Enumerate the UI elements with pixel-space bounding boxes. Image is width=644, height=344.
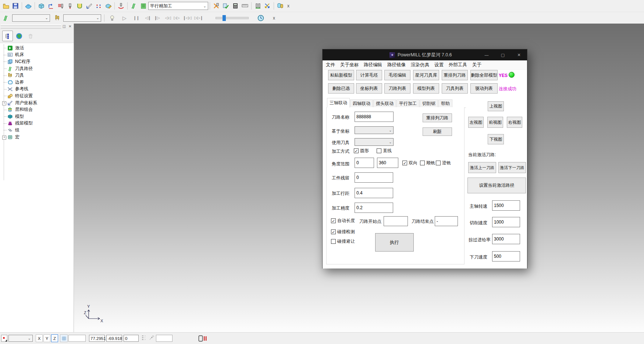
light-bulb-icon[interactable] xyxy=(107,13,117,23)
tab-help[interactable]: 帮助 xyxy=(438,99,452,108)
coord-select[interactable]: ⌄ xyxy=(355,126,394,134)
step-back-button[interactable]: ◁❙ xyxy=(143,14,152,22)
close-button[interactable]: ✕ xyxy=(511,49,527,60)
tool-library-button[interactable]: 星河刀具库 xyxy=(413,70,439,80)
menu-settings[interactable]: 设置 xyxy=(432,62,446,68)
climb-checkbox[interactable]: 顺铣 xyxy=(420,160,435,166)
axis-z-button[interactable]: Z xyxy=(51,334,58,342)
tree-item-groups[interactable]: 组 xyxy=(0,127,74,134)
axis-y-button[interactable]: Y xyxy=(43,334,50,342)
refresh-button[interactable]: 刷新 xyxy=(423,127,452,136)
tree-item-nc-program[interactable]: NC程序 xyxy=(0,58,74,65)
minimize-button[interactable]: — xyxy=(478,49,495,60)
delete-all-models-button[interactable]: 删除全部模型 xyxy=(470,70,498,80)
explorer-grip[interactable]: ◫ ✕ xyxy=(0,24,74,29)
slider-handle[interactable] xyxy=(223,15,226,21)
tree-item-patterns[interactable]: 参考线 xyxy=(0,86,74,93)
collision-avoid-checkbox[interactable]: 碰撞避让 xyxy=(331,238,355,245)
model-edit-icon[interactable] xyxy=(103,1,113,11)
expander-icon[interactable]: + xyxy=(2,136,6,140)
tool-list-button[interactable]: 刀具列表 xyxy=(442,83,468,94)
tool-database-icon[interactable] xyxy=(275,1,285,11)
menu-about[interactable]: 关于 xyxy=(470,62,484,68)
view-front-button[interactable]: 前视图 xyxy=(487,117,503,128)
rearrange-toolpaths-button[interactable]: 重排列刀路 xyxy=(442,70,468,80)
close-panel-button[interactable]: ✕ xyxy=(68,24,72,28)
simulate-tool-icon[interactable] xyxy=(116,1,126,11)
tree-item-workplanes[interactable]: + 用户坐标系 xyxy=(0,99,74,106)
open-project-icon[interactable] xyxy=(1,1,11,11)
status-combobox[interactable]: ⌄ xyxy=(8,335,33,342)
tree-item-macros[interactable]: + 宏 xyxy=(0,134,74,141)
draw-marker-button[interactable] xyxy=(1,335,7,342)
tool-icon[interactable] xyxy=(65,1,75,11)
workplane-edit-icon[interactable] xyxy=(84,1,94,11)
strategy-list-icon[interactable] xyxy=(139,1,148,11)
tool-gold-icon[interactable] xyxy=(52,13,62,23)
tab-saw[interactable]: 切割锯 xyxy=(420,99,438,108)
paste-model-button[interactable]: 粘贴新模型 xyxy=(328,70,354,80)
tolerance-input[interactable] xyxy=(355,203,393,213)
tree-item-machine[interactable]: 机床 xyxy=(0,52,74,59)
position-input[interactable] xyxy=(156,335,172,342)
points-pattern-icon[interactable] xyxy=(94,1,103,11)
tool-select[interactable]: ⌄ xyxy=(355,138,394,146)
tree-item-active[interactable]: 激活 xyxy=(0,45,74,52)
maximize-button[interactable]: ▢ xyxy=(495,49,511,60)
execute-button[interactable]: 执行 xyxy=(375,233,414,252)
expander-icon[interactable]: + xyxy=(2,101,6,105)
line-checkbox[interactable]: 直线 xyxy=(377,148,392,154)
circle-checkbox[interactable]: ✓圆形 xyxy=(354,148,369,154)
cutting-feed-input[interactable] xyxy=(492,217,520,227)
block-icon[interactable] xyxy=(36,1,46,11)
view-right-button[interactable]: 右视图 xyxy=(507,117,522,128)
menu-path-edit[interactable]: 路径编辑 xyxy=(361,62,385,68)
tree-item-tools[interactable]: 刀具 xyxy=(0,72,74,79)
grid-size-input[interactable] xyxy=(68,335,86,342)
verify-icon[interactable] xyxy=(221,1,231,11)
dialog-title-bar[interactable]: ★ PowerMILL 忆梦星河 7.0.6 — ▢ ✕ xyxy=(323,49,527,60)
nc-program-icon[interactable] xyxy=(56,1,65,11)
tree-item-toolpaths[interactable]: 刀具路径 xyxy=(0,65,74,72)
coord-list-button[interactable]: 坐标列表 xyxy=(356,83,382,94)
tool-holder-icon[interactable] xyxy=(75,1,84,11)
play-button[interactable]: ▷ xyxy=(120,14,129,22)
start-point-input[interactable] xyxy=(384,216,408,226)
view-bottom-button[interactable]: 下视图 xyxy=(488,134,504,144)
activate-prev-toolpath-button[interactable]: 激活上一刀路 xyxy=(468,162,496,173)
holder-setup-icon[interactable] xyxy=(253,1,263,11)
exchange-icon[interactable] xyxy=(263,1,272,11)
conventional-checkbox[interactable]: 逆铣 xyxy=(436,160,451,166)
model-teapot-icon[interactable] xyxy=(24,1,33,11)
angle-from-input[interactable] xyxy=(355,158,374,168)
calculator-icon[interactable] xyxy=(231,1,240,11)
menu-external-tools[interactable]: 外部工具 xyxy=(446,62,470,68)
bidirectional-checkbox[interactable]: ✓双向 xyxy=(402,160,417,166)
calc-stock-button[interactable]: 计算毛坯 xyxy=(356,70,382,80)
drive-list-button[interactable]: 驱动列表 xyxy=(470,83,498,94)
auto-length-checkbox[interactable]: ✓自动长度 xyxy=(331,218,355,224)
tab-3axis[interactable]: 三轴联动 xyxy=(327,98,350,108)
rewind-button[interactable]: ◁◁ xyxy=(163,14,172,22)
tree-item-stock-models[interactable]: 残留模型 xyxy=(0,120,74,127)
toolpath-combobox[interactable]: ⌄ xyxy=(12,14,50,22)
rearrange-button[interactable]: 重排列刀路 xyxy=(423,113,452,122)
stock-edit-button[interactable]: 毛坯编辑 xyxy=(384,70,410,80)
spindle-speed-input[interactable] xyxy=(492,200,520,211)
tab-parallel[interactable]: 平行加工 xyxy=(396,99,419,108)
tab-4axis[interactable]: 四轴联动 xyxy=(350,99,373,108)
tab-swivel[interactable]: 摆头联动 xyxy=(373,99,396,108)
skim-feed-input[interactable] xyxy=(492,234,520,244)
menu-file[interactable]: 文件 xyxy=(323,62,338,68)
step-forward-button[interactable]: ❙▷ xyxy=(152,14,161,22)
stepover-input[interactable] xyxy=(355,188,393,198)
pause-button[interactable]: ❙❙ xyxy=(132,14,140,22)
tool-combobox[interactable]: ⌄ xyxy=(63,14,101,22)
skip-end-button[interactable]: ▷▷❙ xyxy=(193,14,204,22)
tab-explorer-globe[interactable] xyxy=(14,31,24,41)
view-left-button[interactable]: 左视图 xyxy=(468,117,484,128)
float-panel-button[interactable]: ◫ xyxy=(62,24,67,28)
simulation-speed-slider[interactable] xyxy=(216,17,249,19)
tree-item-models[interactable]: 模型 xyxy=(0,113,74,120)
set-active-path-button[interactable]: 设置当前激活路径 xyxy=(467,178,526,193)
